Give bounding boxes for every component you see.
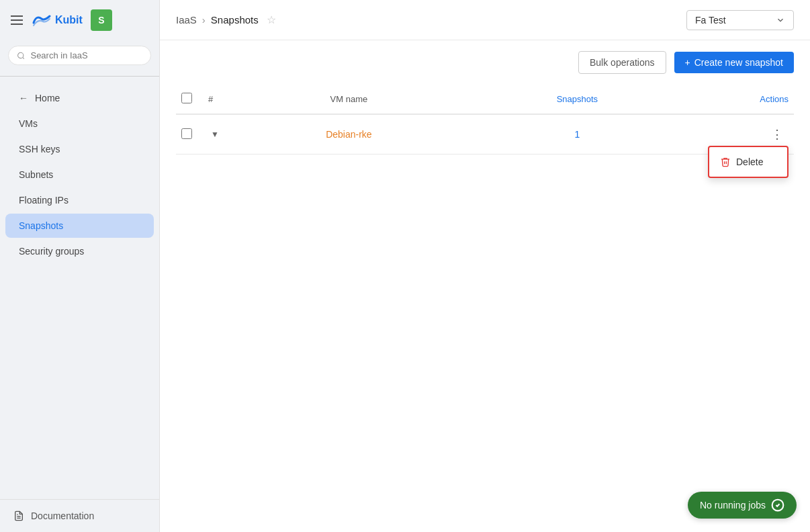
create-snapshot-button[interactable]: + Create new snapshot (674, 52, 795, 73)
vm-name-link[interactable]: Debian-rke (326, 129, 371, 140)
search-box[interactable] (8, 46, 151, 65)
sidebar-nav: ← Home VMs SSH keys Subnets Floating IPs… (0, 82, 159, 499)
kubit-logo: Kubit (31, 9, 83, 31)
home-arrow-icon: ← (19, 93, 28, 103)
sidebar-divider (0, 76, 159, 77)
select-all-checkbox[interactable] (181, 93, 192, 103)
sidebar-item-home-label: Home (35, 93, 60, 103)
kubit-logo-icon (31, 9, 52, 31)
search-icon (17, 51, 25, 60)
dropdown-menu: Delete (708, 146, 789, 178)
search-input[interactable] (30, 50, 142, 60)
sidebar-item-home[interactable]: ← Home (5, 86, 154, 110)
delete-label: Delete (736, 157, 763, 167)
create-icon: + (685, 57, 690, 68)
snapshots-table: # VM name Snapshots Actions ▼ Debian-rke (176, 85, 794, 154)
sidebar-bottom: Documentation (0, 499, 159, 532)
documentation-item[interactable]: Documentation (13, 511, 146, 521)
ssh-keys-label: SSH keys (19, 144, 60, 154)
documentation-label: Documentation (31, 511, 94, 521)
row-expand-cell: ▼ (203, 114, 230, 154)
sidebar-item-floating-ips[interactable]: Floating IPs (5, 188, 154, 212)
subnets-label: Subnets (19, 169, 53, 180)
th-snapshots: Snapshots (468, 85, 686, 114)
table-container: # VM name Snapshots Actions ▼ Debian-rke (160, 85, 810, 532)
row-vmname-cell: Debian-rke (230, 114, 468, 154)
chevron-down-icon (776, 15, 785, 25)
sidebar-item-security-groups[interactable]: Security groups (5, 239, 154, 263)
no-running-jobs-text: No running jobs (700, 500, 766, 511)
actions-dropdown: ⋮ Delet (766, 124, 789, 144)
breadcrumb-separator: › (202, 14, 206, 26)
check-circle-icon (771, 498, 784, 512)
sidebar-item-vms[interactable]: VMs (5, 112, 154, 136)
row-checkbox[interactable] (181, 128, 192, 139)
sidebar-item-ssh-keys[interactable]: SSH keys (5, 137, 154, 161)
th-vmname: VM name (230, 85, 468, 114)
kubit-logo-text: Kubit (55, 14, 83, 26)
tenant-selector[interactable]: Fa Test (686, 10, 794, 30)
status-bar: No running jobs (688, 492, 797, 519)
expand-row-button[interactable]: ▼ (208, 128, 222, 140)
hamburger-menu[interactable] (11, 15, 23, 25)
vms-label: VMs (19, 118, 38, 129)
bulk-operations-button[interactable]: Bulk operations (578, 51, 666, 74)
svg-point-0 (18, 52, 24, 58)
delete-icon (720, 157, 731, 167)
favorite-star-icon[interactable]: ☆ (267, 13, 276, 26)
sidebar-item-subnets[interactable]: Subnets (5, 163, 154, 187)
sidebar-item-snapshots[interactable]: Snapshots (5, 214, 154, 238)
snapshots-label: Snapshots (19, 220, 63, 231)
no-running-jobs-badge: No running jobs (688, 492, 797, 519)
delete-menu-item[interactable]: Delete (709, 150, 787, 174)
floating-ips-label: Floating IPs (19, 195, 69, 206)
toolbar: Bulk operations + Create new snapshot (160, 40, 810, 85)
sidebar: Kubit S ← Home VMs SSH keys Subnets Floa… (0, 0, 160, 532)
page-header: IaaS › Snapshots ☆ Fa Test (160, 0, 810, 40)
breadcrumb-parent[interactable]: IaaS (176, 14, 197, 26)
create-label: Create new snapshot (694, 57, 783, 68)
th-checkbox (176, 85, 203, 114)
security-groups-label: Security groups (19, 246, 84, 257)
row-actions-cell: ⋮ Delet (686, 114, 794, 154)
row-snapshots-cell: 1 (468, 114, 686, 154)
breadcrumb-current: Snapshots (211, 14, 259, 26)
row-checkbox-cell (176, 114, 203, 154)
secondary-logo: S (91, 9, 112, 31)
main-content: IaaS › Snapshots ☆ Fa Test Bulk operatio… (160, 0, 810, 532)
sidebar-header: Kubit S (0, 0, 159, 40)
doc-icon (13, 511, 24, 521)
th-hash: # (203, 85, 230, 114)
breadcrumb: IaaS › Snapshots ☆ (176, 13, 276, 26)
th-actions: Actions (686, 85, 794, 114)
three-dots-button[interactable]: ⋮ (766, 124, 789, 144)
table-row: ▼ Debian-rke 1 ⋮ (176, 114, 794, 154)
header-right: Fa Test (686, 10, 794, 30)
tenant-name: Fa Test (695, 15, 726, 26)
snapshot-count[interactable]: 1 (574, 129, 580, 140)
